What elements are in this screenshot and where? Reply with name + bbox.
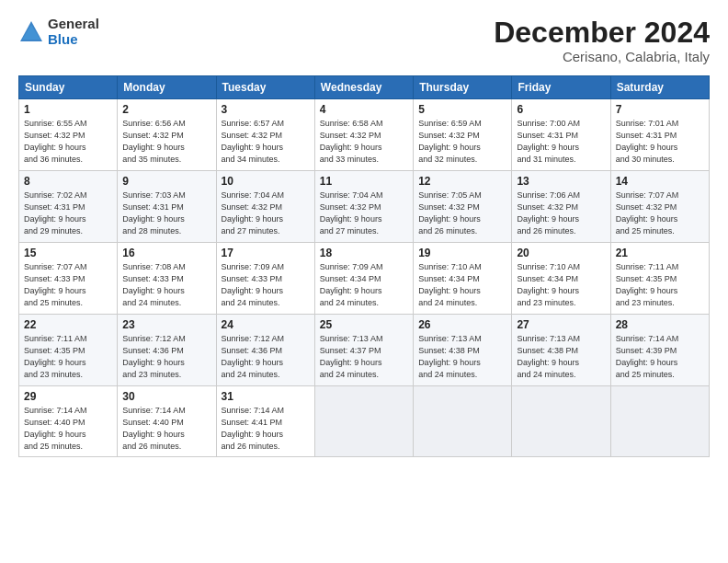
table-row: 5Sunrise: 6:59 AMSunset: 4:32 PMDaylight… [414, 99, 512, 171]
day-number: 16 [122, 247, 210, 259]
col-friday: Friday [512, 76, 610, 99]
day-number: 3 [222, 103, 310, 116]
table-row: 30Sunrise: 7:14 AMSunset: 4:40 PMDayligh… [118, 386, 216, 457]
day-detail: Sunrise: 7:10 AMSunset: 4:34 PMDaylight:… [418, 261, 506, 309]
day-detail: Sunrise: 6:57 AMSunset: 4:32 PMDaylight:… [222, 118, 310, 166]
day-detail: Sunrise: 7:14 AMSunset: 4:40 PMDaylight:… [122, 405, 210, 453]
day-detail: Sunrise: 7:14 AMSunset: 4:39 PMDaylight:… [616, 333, 704, 381]
table-row: 6Sunrise: 7:00 AMSunset: 4:31 PMDaylight… [512, 99, 610, 171]
header: General Blue December 2024 Cerisano, Cal… [18, 17, 710, 64]
day-number: 29 [24, 390, 112, 403]
calendar-week-row: 29Sunrise: 7:14 AMSunset: 4:40 PMDayligh… [19, 386, 710, 457]
table-row: 23Sunrise: 7:12 AMSunset: 4:36 PMDayligh… [118, 315, 216, 386]
day-number: 19 [418, 247, 506, 259]
table-row: 13Sunrise: 7:06 AMSunset: 4:32 PMDayligh… [512, 171, 610, 243]
day-number: 13 [517, 175, 605, 188]
day-number: 22 [24, 318, 112, 331]
table-row [610, 386, 709, 457]
day-number: 30 [122, 390, 210, 403]
day-detail: Sunrise: 7:13 AMSunset: 4:38 PMDaylight:… [418, 333, 506, 381]
day-detail: Sunrise: 7:12 AMSunset: 4:36 PMDaylight:… [122, 333, 210, 381]
table-row: 25Sunrise: 7:13 AMSunset: 4:37 PMDayligh… [314, 315, 413, 386]
day-detail: Sunrise: 7:05 AMSunset: 4:32 PMDaylight:… [418, 190, 506, 237]
day-number: 14 [616, 175, 704, 188]
day-number: 4 [320, 103, 408, 116]
table-row: 2Sunrise: 6:56 AMSunset: 4:32 PMDaylight… [118, 99, 216, 171]
day-detail: Sunrise: 6:59 AMSunset: 4:32 PMDaylight:… [418, 118, 506, 166]
table-row [414, 386, 512, 457]
table-row: 18Sunrise: 7:09 AMSunset: 4:34 PMDayligh… [314, 243, 413, 315]
table-row: 28Sunrise: 7:14 AMSunset: 4:39 PMDayligh… [610, 315, 709, 386]
logo: General Blue [18, 17, 99, 47]
table-row: 27Sunrise: 7:13 AMSunset: 4:38 PMDayligh… [512, 315, 610, 386]
col-wednesday: Wednesday [314, 76, 413, 99]
day-detail: Sunrise: 7:01 AMSunset: 4:31 PMDaylight:… [616, 118, 704, 166]
day-detail: Sunrise: 7:09 AMSunset: 4:34 PMDaylight:… [320, 261, 408, 309]
logo-general: General [48, 17, 99, 32]
table-row: 22Sunrise: 7:11 AMSunset: 4:35 PMDayligh… [19, 315, 118, 386]
table-row: 14Sunrise: 7:07 AMSunset: 4:32 PMDayligh… [610, 171, 709, 243]
day-number: 28 [616, 318, 704, 331]
day-detail: Sunrise: 7:06 AMSunset: 4:32 PMDaylight:… [517, 190, 605, 237]
table-row: 11Sunrise: 7:04 AMSunset: 4:32 PMDayligh… [314, 171, 413, 243]
day-detail: Sunrise: 6:55 AMSunset: 4:32 PMDaylight:… [24, 118, 112, 166]
logo-icon [18, 19, 44, 45]
day-detail: Sunrise: 6:56 AMSunset: 4:32 PMDaylight:… [122, 118, 210, 166]
day-number: 6 [517, 103, 605, 116]
day-number: 11 [320, 175, 408, 188]
table-row: 3Sunrise: 6:57 AMSunset: 4:32 PMDaylight… [216, 99, 314, 171]
day-number: 27 [517, 318, 605, 331]
main-title: December 2024 [494, 17, 710, 49]
day-detail: Sunrise: 6:58 AMSunset: 4:32 PMDaylight:… [320, 118, 408, 166]
day-detail: Sunrise: 7:11 AMSunset: 4:35 PMDaylight:… [616, 261, 704, 309]
day-detail: Sunrise: 7:07 AMSunset: 4:33 PMDaylight:… [24, 261, 112, 309]
day-number: 18 [320, 247, 408, 259]
table-row: 19Sunrise: 7:10 AMSunset: 4:34 PMDayligh… [414, 243, 512, 315]
table-row: 17Sunrise: 7:09 AMSunset: 4:33 PMDayligh… [216, 243, 314, 315]
day-number: 15 [24, 247, 112, 259]
calendar-header-row: Sunday Monday Tuesday Wednesday Thursday… [19, 76, 710, 99]
day-detail: Sunrise: 7:00 AMSunset: 4:31 PMDaylight:… [517, 118, 605, 166]
day-number: 8 [24, 175, 112, 188]
day-number: 20 [517, 247, 605, 259]
day-number: 9 [122, 175, 210, 188]
day-detail: Sunrise: 7:14 AMSunset: 4:41 PMDaylight:… [222, 405, 310, 453]
table-row: 20Sunrise: 7:10 AMSunset: 4:34 PMDayligh… [512, 243, 610, 315]
table-row: 10Sunrise: 7:04 AMSunset: 4:32 PMDayligh… [216, 171, 314, 243]
day-detail: Sunrise: 7:13 AMSunset: 4:37 PMDaylight:… [320, 333, 408, 381]
day-detail: Sunrise: 7:08 AMSunset: 4:33 PMDaylight:… [122, 261, 210, 309]
day-detail: Sunrise: 7:13 AMSunset: 4:38 PMDaylight:… [517, 333, 605, 381]
day-number: 1 [24, 103, 112, 116]
table-row: 26Sunrise: 7:13 AMSunset: 4:38 PMDayligh… [414, 315, 512, 386]
calendar-week-row: 8Sunrise: 7:02 AMSunset: 4:31 PMDaylight… [19, 171, 710, 243]
day-detail: Sunrise: 7:07 AMSunset: 4:32 PMDaylight:… [616, 190, 704, 237]
day-detail: Sunrise: 7:04 AMSunset: 4:32 PMDaylight:… [222, 190, 310, 237]
calendar-week-row: 1Sunrise: 6:55 AMSunset: 4:32 PMDaylight… [19, 99, 710, 171]
day-number: 21 [616, 247, 704, 259]
day-number: 26 [418, 318, 506, 331]
calendar-week-row: 15Sunrise: 7:07 AMSunset: 4:33 PMDayligh… [19, 243, 710, 315]
table-row: 24Sunrise: 7:12 AMSunset: 4:36 PMDayligh… [216, 315, 314, 386]
day-number: 23 [122, 318, 210, 331]
title-block: December 2024 Cerisano, Calabria, Italy [494, 17, 710, 64]
calendar-week-row: 22Sunrise: 7:11 AMSunset: 4:35 PMDayligh… [19, 315, 710, 386]
day-number: 10 [222, 175, 310, 188]
day-detail: Sunrise: 7:11 AMSunset: 4:35 PMDaylight:… [24, 333, 112, 381]
day-number: 25 [320, 318, 408, 331]
col-tuesday: Tuesday [216, 76, 314, 99]
table-row: 29Sunrise: 7:14 AMSunset: 4:40 PMDayligh… [19, 386, 118, 457]
table-row [512, 386, 610, 457]
table-row: 21Sunrise: 7:11 AMSunset: 4:35 PMDayligh… [610, 243, 709, 315]
day-detail: Sunrise: 7:12 AMSunset: 4:36 PMDaylight:… [222, 333, 310, 381]
day-detail: Sunrise: 7:10 AMSunset: 4:34 PMDaylight:… [517, 261, 605, 309]
day-number: 5 [418, 103, 506, 116]
day-number: 31 [222, 390, 310, 403]
logo-text: General Blue [48, 17, 99, 47]
table-row: 1Sunrise: 6:55 AMSunset: 4:32 PMDaylight… [19, 99, 118, 171]
col-sunday: Sunday [19, 76, 118, 99]
table-row: 15Sunrise: 7:07 AMSunset: 4:33 PMDayligh… [19, 243, 118, 315]
col-thursday: Thursday [414, 76, 512, 99]
page: General Blue December 2024 Cerisano, Cal… [0, 0, 728, 563]
day-number: 12 [418, 175, 506, 188]
calendar-table: Sunday Monday Tuesday Wednesday Thursday… [18, 75, 710, 457]
